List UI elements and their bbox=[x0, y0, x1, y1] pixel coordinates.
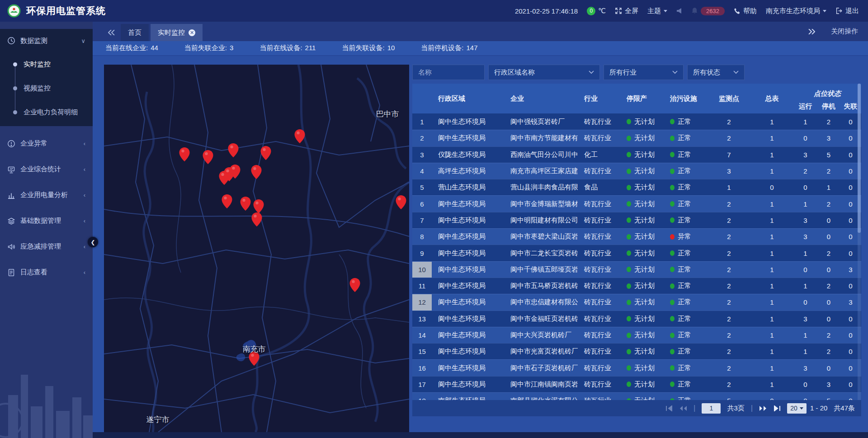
chevron-down-icon bbox=[589, 71, 594, 74]
status-dot-green bbox=[670, 267, 675, 272]
table-row[interactable]: 7阆中生态环境局阆中明阳建材有限公司砖瓦行业无计划正常21300 bbox=[412, 212, 861, 228]
cell-points: 2 bbox=[708, 278, 750, 294]
notifications[interactable]: 2632 bbox=[691, 7, 725, 15]
map-pin[interactable] bbox=[222, 194, 233, 209]
last-page-button[interactable] bbox=[774, 405, 781, 411]
table-row[interactable]: 16阆中生态环境局阆中市石子页岩机砖厂砖瓦行业无计划正常21300 bbox=[412, 359, 861, 376]
map-pin[interactable] bbox=[251, 165, 262, 179]
map-pin[interactable] bbox=[294, 129, 306, 144]
help-button[interactable]: 帮助 bbox=[734, 7, 757, 15]
region-select[interactable]: 行政区域名称 bbox=[488, 65, 600, 80]
sidebar-item-enterprise-stats[interactable]: 企业综合统计‹ bbox=[0, 156, 93, 182]
cell-points: 2 bbox=[708, 327, 750, 343]
sidebar-item-power-analysis[interactable]: 企业用电量分析‹ bbox=[0, 182, 93, 208]
cell-points: 2 bbox=[708, 130, 750, 146]
status-select[interactable]: 所有状态 bbox=[687, 65, 745, 80]
cell-points: 3 bbox=[708, 163, 750, 179]
pin-icon bbox=[294, 129, 306, 144]
table-row[interactable]: 2阆中生态环境局阆中市南方节能建材有砖瓦行业无计划正常21030 bbox=[412, 130, 861, 146]
map-pin[interactable] bbox=[396, 195, 407, 210]
cell-region: 阆中生态环境局 bbox=[432, 245, 504, 261]
map-pin[interactable] bbox=[203, 150, 214, 165]
table-row[interactable]: 18南部生态环境局南部县砌化水泥有限公砖瓦行业无计划正常50050 bbox=[412, 392, 861, 400]
industry-select[interactable]: 所有行业 bbox=[604, 65, 684, 80]
map-pin[interactable] bbox=[179, 147, 190, 162]
sidebar-item-realtime-monitor[interactable]: 实时监控 bbox=[0, 52, 93, 76]
map-pin[interactable] bbox=[240, 196, 251, 211]
table-row[interactable]: 9阆中生态环境局阆中市二龙长宝页岩砖砖瓦行业无计划正常21120 bbox=[412, 245, 861, 261]
cell-index: 17 bbox=[412, 377, 432, 392]
tabs-scroll-right-button[interactable] bbox=[804, 23, 819, 40]
sidebar-item-log-view[interactable]: 日志查看‹ bbox=[0, 259, 93, 285]
sound-toggle[interactable] bbox=[676, 8, 682, 14]
notification-count-badge: 2632 bbox=[701, 7, 725, 15]
map-pin[interactable] bbox=[230, 164, 241, 179]
table-row[interactable]: 12阆中生态环境局阆中市忠信建材有限公砖瓦行业无计划正常21003 bbox=[412, 294, 861, 310]
tab-realtime-monitor[interactable]: 实时监控 ✕ bbox=[151, 24, 203, 41]
logout-button[interactable]: 退出 bbox=[835, 7, 859, 15]
close-operations-button[interactable]: 关闭操作 bbox=[831, 27, 858, 36]
name-search-input[interactable]: 名称 bbox=[412, 65, 485, 80]
first-page-icon bbox=[665, 405, 673, 411]
cell-points: 2 bbox=[708, 196, 750, 212]
status-dot-green bbox=[670, 365, 675, 371]
cell-run: 0 bbox=[793, 393, 817, 400]
table-row[interactable]: 11阆中生态环境局阆中市五马桥页岩机砖砖瓦行业无计划正常21120 bbox=[412, 278, 861, 294]
cell-meters: 1 bbox=[750, 344, 793, 359]
sidebar-collapse-button[interactable]: ❮ bbox=[88, 237, 98, 247]
cell-company: 南部县砌化水泥有限公 bbox=[504, 393, 578, 400]
table-row[interactable]: 5营山生态环境局营山县润丰肉食品有限食品无计划正常10010 bbox=[412, 179, 861, 195]
map-pin[interactable] bbox=[260, 146, 272, 160]
theme-dropdown[interactable]: 主题 bbox=[647, 7, 667, 15]
cell-points: 2 bbox=[708, 344, 750, 359]
table-row[interactable]: 17阆中生态环境局阆中市江南镇阆南页岩砖瓦行业无计划正常21030 bbox=[412, 376, 861, 392]
cell-industry: 砖瓦行业 bbox=[578, 311, 620, 327]
page-number-input[interactable]: 1 bbox=[702, 403, 721, 414]
sidebar-item-power-load-detail[interactable]: 企业电力负荷明细 bbox=[0, 100, 93, 124]
tabs-scroll-left-button[interactable] bbox=[104, 24, 119, 41]
first-page-button[interactable] bbox=[665, 405, 673, 411]
map-pin[interactable] bbox=[349, 278, 361, 292]
map-pin[interactable] bbox=[251, 212, 263, 227]
page-size-select[interactable]: 20 bbox=[787, 403, 807, 414]
sidebar-item-video-monitor[interactable]: 视频监控 bbox=[0, 76, 93, 100]
status-dot-green bbox=[627, 283, 631, 289]
table-row[interactable]: 10阆中生态环境局阆中千佛镇五郎垭页岩砖瓦行业无计划正常21003 bbox=[412, 261, 861, 278]
stat-item: 当前在线企业:44 bbox=[105, 44, 158, 52]
app-logo-icon bbox=[7, 4, 21, 18]
table-row[interactable]: 8阆中生态环境局阆中市枣碧大梁山页岩砖瓦行业无计划异常21300 bbox=[412, 228, 861, 245]
table-row[interactable]: 3仪陇生态环境局西南油气田分公司川中化工无计划正常71350 bbox=[412, 146, 861, 163]
sidebar-item-emergency-reduction[interactable]: 应急减排管理‹ bbox=[0, 234, 93, 259]
sidebar-item-base-data[interactable]: 基础数据管理‹ bbox=[0, 208, 93, 234]
table-row[interactable]: 1阆中生态环境局阆中强锐页岩砖厂砖瓦行业无计划正常21120 bbox=[412, 113, 861, 130]
cell-company: 阆中市南方节能建材有 bbox=[504, 130, 578, 146]
status-dot-green bbox=[627, 349, 631, 354]
tab-home[interactable]: 首页 bbox=[121, 24, 149, 41]
cell-limit: 无计划 bbox=[620, 163, 664, 179]
cell-limit: 无计划 bbox=[620, 278, 664, 294]
table-row[interactable]: 13阆中生态环境局阆中市金福旺页岩机砖砖瓦行业无计划正常21300 bbox=[412, 311, 861, 327]
table-row[interactable]: 6阆中生态环境局阆中市金博瑞新型墙材砖瓦行业无计划正常21120 bbox=[412, 195, 861, 212]
map-panel[interactable]: 巴中市南充市遂宁市 bbox=[104, 65, 409, 432]
stat-value: 211 bbox=[305, 44, 316, 52]
cell-points: 2 bbox=[708, 113, 750, 130]
fullscreen-button[interactable]: 全屏 bbox=[615, 7, 638, 15]
status-dot-green bbox=[627, 169, 631, 174]
cell-limit: 无计划 bbox=[620, 196, 664, 212]
cell-limit: 无计划 bbox=[620, 245, 664, 261]
table-row[interactable]: 14阆中生态环境局阆中大兴页岩机砖厂砖瓦行业无计划正常21120 bbox=[412, 327, 861, 343]
user-dropdown[interactable]: 南充市生态环境局 bbox=[766, 7, 826, 15]
next-page-button[interactable] bbox=[759, 405, 767, 411]
map-pin[interactable] bbox=[228, 143, 239, 158]
sidebar-item-enterprise-abnormal[interactable]: 企业异常‹ bbox=[0, 131, 93, 156]
tab-close-icon[interactable]: ✕ bbox=[189, 29, 195, 36]
cell-index: 12 bbox=[412, 294, 432, 310]
table-scrollbar-thumb[interactable] bbox=[858, 84, 861, 233]
sidebar-item-data-monitor[interactable]: 数据监测 ∨ bbox=[0, 29, 93, 52]
cell-stop: 0 bbox=[817, 262, 840, 278]
cell-region: 高坪生态环境局 bbox=[432, 163, 504, 179]
cell-meters: 1 bbox=[750, 196, 793, 212]
table-row[interactable]: 15阆中生态环境局阆中市光富页岩机砖厂砖瓦行业无计划正常21120 bbox=[412, 343, 861, 359]
prev-page-button[interactable] bbox=[679, 405, 687, 411]
table-row[interactable]: 4高坪生态环境局南充市高坪区王家店建砖瓦行业无计划正常31220 bbox=[412, 163, 861, 179]
